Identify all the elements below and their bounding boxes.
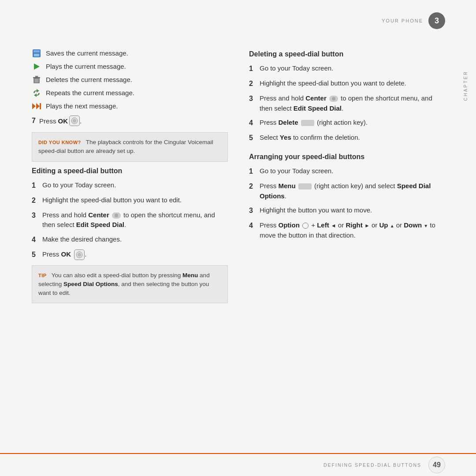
svg-marker-3 [34,63,40,70]
menu-key-icon [298,183,312,190]
icon-list-text: Plays the current message. [46,62,126,71]
icon-list-text: Saves the current message. [46,48,128,58]
header: YOUR PHONE 3 [382,12,445,29]
deleting-step-3: 3 Press and hold Center to open the shor… [249,93,445,113]
svg-rect-6 [35,76,38,77]
down-arrow-icon: ▼ [424,223,428,229]
list-item: Saves the current message. [32,48,228,58]
icon-list: Saves the current message. Plays the cur… [32,48,228,111]
tip-label: TIP [38,273,47,278]
play-icon [32,62,41,71]
footer-label: DEFINING SPEED-DIAL BUTTONS [324,462,421,468]
center-button-icon [112,212,121,219]
tip-text: You can also edit a speed-dial button by… [38,272,210,297]
option-key-icon [302,223,309,229]
chapter-side-label: CHAPTER [463,71,468,101]
svg-rect-5 [33,77,40,78]
arranging-step-1: 1 Go to your Today screen. [249,166,445,177]
deleting-step-5: 5 Select Yes to confirm the deletion. [249,133,445,143]
icon-list-text: Repeats the current message. [46,88,134,97]
list-item: Plays the next message. [32,101,228,111]
delete-key-icon [301,120,314,126]
svg-rect-2 [34,54,39,56]
editing-step-1: 1 Go to your Today screen. [32,180,228,191]
arranging-step-4: 4 Press Option + Left ◄ or Right ► or Up… [249,220,445,240]
skip-icon [32,101,41,111]
svg-marker-11 [36,103,40,109]
svg-point-16 [78,253,81,257]
editing-step-2: 2 Highlight the speed-dial button you wa… [32,195,228,206]
did-you-know-box: DID YOU KNOW? The playback controls for … [32,132,228,162]
main-content: Saves the current message. Plays the cur… [32,48,445,309]
list-item: Plays the current message. [32,62,228,71]
editing-heading: Editing a speed-dial button [32,167,228,175]
arranging-step-2: 2 Press Menu (right action key) and sele… [249,181,445,201]
left-arrow-icon: ◄ [331,222,336,230]
svg-rect-1 [33,50,40,52]
list-item: Repeats the current message. [32,88,228,98]
deleting-heading: Deleting a speed-dial button [249,50,445,58]
left-column: Saves the current message. Plays the cur… [32,48,228,309]
list-item: Deletes the current message. [32,75,228,85]
center-button-icon-2 [329,96,338,102]
did-you-know-label: DID YOU KNOW? [38,140,81,145]
deleting-step-2: 2 Highlight the speed-dial button you wa… [249,78,445,89]
icon-list-text: Plays the next message. [46,101,118,111]
editing-step-4: 4 Make the desired changes. [32,234,228,245]
ok-button-icon-2 [74,249,85,260]
deleting-step-4: 4 Press Delete (right action key). [249,118,445,128]
repeat-icon [32,88,41,98]
ok-button-icon [69,115,80,126]
section-label: YOUR PHONE [382,18,423,23]
icon-list-text: Deletes the current message. [46,75,132,84]
editing-step-3: 3 Press and hold Center to open the shor… [32,210,228,230]
tip-box: TIP You can also edit a speed-dial butto… [32,265,228,304]
page: YOUR PHONE 3 CHAPTER Saves the [0,0,476,476]
svg-point-14 [73,119,76,123]
footer: DEFINING SPEED-DIAL BUTTONS 49 [0,453,476,476]
editing-step-5: 5 Press OK . [32,249,228,260]
up-arrow-icon: ▲ [390,223,394,229]
save-icon [32,48,41,58]
arranging-heading: Arranging your speed-dial buttons [249,153,445,161]
trash-icon [32,75,41,85]
right-column: Deleting a speed-dial button 1 Go to you… [249,48,445,309]
right-arrow-icon: ► [364,222,370,230]
step7-line: 7 Press OK . [32,115,228,126]
deleting-step-1: 1 Go to your Today screen. [249,63,445,74]
arranging-step-3: 3 Highlight the button you want to move. [249,205,445,216]
svg-rect-12 [40,103,41,109]
chapter-badge: 3 [428,12,445,29]
svg-marker-10 [32,103,36,109]
page-number-badge: 49 [428,457,445,473]
